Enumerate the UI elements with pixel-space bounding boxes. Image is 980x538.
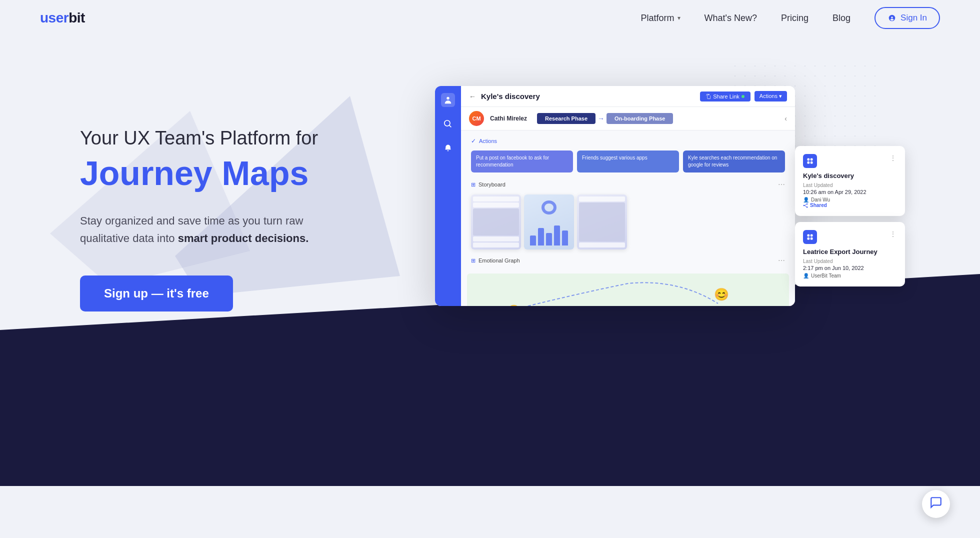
user-name: Cathi Mirelez	[490, 115, 527, 122]
storyboard-cards	[467, 194, 789, 250]
phase1-pill[interactable]: Research Phase	[537, 113, 596, 124]
float-card-1-icon	[803, 154, 817, 168]
logo-user: user	[40, 10, 68, 26]
hero-title: Journey Maps	[80, 154, 405, 192]
app-window: ← Kyle's discovery Share Link	[435, 86, 795, 306]
float-card-2-title: Leatrice Export Journey	[803, 248, 897, 256]
user-phase-bar: CM Cathi Mirelez Research Phase → On-boa…	[461, 107, 795, 130]
logo-bit: bit	[68, 10, 85, 26]
float-card-2-dots[interactable]: ⋮	[890, 230, 897, 238]
storyboard-card-2	[524, 194, 574, 250]
sidebar-bell-icon[interactable]	[441, 141, 455, 155]
emotional-graph-section: ⊞ Emotional Graph ⋯ 😊	[467, 254, 789, 306]
nav-pricing[interactable]: Pricing	[781, 13, 808, 24]
storyboard-section-header: ⊞ Storyboard ⋯	[467, 178, 789, 192]
app-header: ← Kyle's discovery Share Link	[461, 86, 795, 107]
signin-button[interactable]: Sign In	[874, 7, 940, 29]
phase-pills: Research Phase → On-boarding Phase	[537, 113, 673, 124]
storyboard-card-3	[577, 194, 627, 250]
nav-links: Platform ▾ What's New? Pricing Blog Sign…	[641, 7, 940, 29]
actions-dropdown[interactable]: Actions ▾	[754, 91, 787, 102]
hero-subtitle: Your UX Team's Platform for	[80, 126, 405, 150]
user-icon: 👤	[803, 197, 809, 202]
phase2-pill[interactable]: On-boarding Phase	[606, 113, 673, 124]
signup-button[interactable]: Sign up — it's free	[80, 276, 233, 312]
nav-platform[interactable]: Platform ▾	[641, 13, 680, 24]
back-icon[interactable]: ←	[469, 92, 476, 100]
signin-icon	[888, 14, 896, 22]
float-card-1-dots[interactable]: ⋮	[890, 154, 897, 162]
action-card-2: Friends suggest various apps	[577, 150, 679, 172]
action-card-3: Kyle searches each recommendation on goo…	[683, 150, 785, 172]
float-card-1-user: 👤 Dani Wu	[803, 197, 897, 202]
float-card-1-share: Shared	[803, 202, 897, 208]
chevron-down-icon: ▾	[678, 14, 680, 22]
app-title: Kyle's discovery	[481, 92, 540, 100]
hero-left: Your UX Team's Platform for Journey Maps…	[80, 76, 405, 312]
float-card-2-meta: Last Updated	[803, 258, 897, 264]
sidebar-search-icon[interactable]	[441, 117, 455, 131]
emotional-grid-icon: ⊞	[471, 258, 476, 264]
float-card-1-date: 10:26 am on Apr 29, 2022	[803, 189, 897, 195]
app-main: ← Kyle's discovery Share Link	[461, 86, 795, 306]
svg-point-1	[804, 204, 805, 206]
float-card-1-title: Kyle's discovery	[803, 172, 897, 180]
emotional-menu-icon[interactable]: ⋯	[778, 256, 785, 264]
float-card-1-meta: Last Updated	[803, 182, 897, 188]
hero-description: Stay organized and save time as you turn…	[80, 212, 350, 247]
logo[interactable]: userbit	[40, 10, 85, 26]
sidebar-user-icon[interactable]	[441, 93, 455, 107]
storyboard-menu-icon[interactable]: ⋯	[778, 180, 785, 188]
float-card-1: ⋮ Kyle's discovery Last Updated 10:26 am…	[795, 146, 905, 216]
emotion-path-svg	[467, 274, 789, 306]
phase-arrow-icon: →	[598, 114, 604, 122]
emotional-section-header: ⊞ Emotional Graph ⋯	[467, 254, 789, 268]
hero-section: Your UX Team's Platform for Journey Maps…	[0, 36, 980, 386]
actions-row: ✓ Actions	[467, 134, 789, 148]
float-card-2-user: 👤 UserBit Team	[803, 273, 897, 278]
storyboard-card-1	[471, 194, 521, 250]
action-cards-strip: Put a post on facebook to ask for recomm…	[467, 148, 789, 176]
navigation: userbit Platform ▾ What's New? Pricing B…	[0, 0, 980, 36]
user-icon-2: 👤	[803, 273, 809, 278]
status-dot	[742, 95, 744, 98]
action-card-1: Put a post on facebook to ask for recomm…	[471, 150, 573, 172]
chat-icon	[930, 496, 942, 512]
float-card-2: ⋮ Leatrice Export Journey Last Updated 2…	[795, 222, 905, 286]
check-icon: ✓	[471, 138, 476, 144]
footer-dark	[0, 386, 980, 486]
app-sidebar	[435, 86, 461, 306]
collapse-icon[interactable]: ‹	[784, 114, 787, 122]
share-button[interactable]: Share Link	[700, 92, 750, 102]
emotional-graph: 😊 😞	[467, 274, 789, 306]
nav-blog[interactable]: Blog	[832, 13, 850, 24]
chat-button[interactable]	[922, 490, 950, 518]
svg-point-2	[806, 206, 808, 208]
float-card-2-date: 2:17 pm on Jun 10, 2022	[803, 265, 897, 271]
user-avatar: CM	[469, 111, 484, 126]
hero-right: ← Kyle's discovery Share Link	[405, 76, 940, 308]
app-content: ✓ Actions Put a post on facebook to ask …	[461, 130, 795, 306]
nav-whats-new[interactable]: What's New?	[704, 13, 757, 24]
happy-emoji: 😊	[714, 288, 729, 302]
floating-cards: ⋮ Kyle's discovery Last Updated 10:26 am…	[795, 146, 905, 286]
float-card-2-icon	[803, 230, 817, 244]
sad-emoji: 😞	[507, 304, 520, 306]
storyboard-grid-icon: ⊞	[471, 182, 476, 188]
svg-point-0	[806, 203, 808, 204]
